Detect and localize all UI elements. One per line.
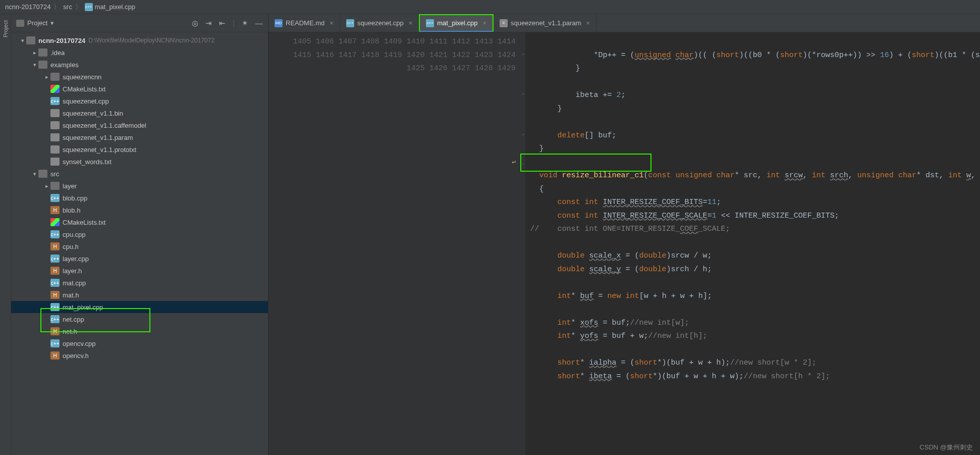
fold-marker[interactable] <box>522 35 525 49</box>
tree-item-label: net.h <box>63 328 77 335</box>
tree-item-cmakelists-txt[interactable]: CMakeLists.txt <box>11 83 268 95</box>
tree-item-label: mat.h <box>63 291 79 299</box>
dropdown-icon[interactable]: ▾ <box>50 19 54 27</box>
tree-arrow-icon[interactable]: ▾ <box>31 171 38 177</box>
tree-item-layer-cpp[interactable]: c++layer.cpp <box>11 252 268 265</box>
tree-item-blob-h[interactable]: Hblob.h <box>11 204 268 216</box>
tab-label: README.md <box>286 19 324 27</box>
tree-item-cpu-h[interactable]: Hcpu.h <box>11 240 268 252</box>
tree-arrow-icon[interactable]: ▸ <box>43 74 50 80</box>
tree-item-squeezenet-v1-1-bin[interactable]: squeezenet_v1.1.bin <box>11 107 268 119</box>
tree-item-opencv-cpp[interactable]: c++opencv.cpp <box>11 337 268 349</box>
collapse-icon[interactable]: ⇤ <box>219 19 226 28</box>
tree-item-blob-cpp[interactable]: c++blob.cpp <box>11 192 268 204</box>
tab-label: mat_pixel.cpp <box>437 19 477 27</box>
fold-marker[interactable]: ⌄ <box>522 156 525 170</box>
tree-item-cmakelists-txt[interactable]: CMakeLists.txt <box>11 216 268 228</box>
breadcrumb-folder[interactable]: src <box>63 3 72 11</box>
tree-item-src[interactable]: ▾src <box>11 168 268 180</box>
tab-label: squeezenet_v1.1.param <box>511 19 581 27</box>
close-icon[interactable]: × <box>483 19 487 27</box>
tab-squeezenet-v1-1-param[interactable]: ≡squeezenet_v1.1.param× <box>494 14 596 32</box>
fold-marker[interactable]: ⌃ <box>522 49 525 63</box>
expand-icon[interactable]: ⇥ <box>205 19 212 28</box>
fold-marker[interactable] <box>522 276 525 290</box>
cpp-icon: c++ <box>50 315 60 323</box>
tree-item-label: squeezenet_v1.1.param <box>63 134 133 141</box>
fold-marker[interactable]: ⌃ <box>522 129 525 143</box>
breadcrumb-sep: 〉 <box>75 3 82 12</box>
folder-icon <box>26 36 35 44</box>
fold-marker[interactable] <box>522 290 525 304</box>
fold-marker[interactable] <box>522 263 525 277</box>
cpp-icon: c++ <box>50 97 60 105</box>
fold-marker[interactable] <box>522 196 525 210</box>
gear-icon[interactable]: ✶ <box>242 19 248 28</box>
fold-marker[interactable] <box>522 249 525 263</box>
tree-item-synset-words-txt[interactable]: synset_words.txt <box>11 156 268 168</box>
tab-mat-pixel-cpp[interactable]: c++mat_pixel.cpp× <box>419 14 494 32</box>
fold-marker[interactable]: ⌃ <box>522 89 525 103</box>
tree-item-net-cpp[interactable]: c++net.cpp <box>11 313 268 325</box>
tree-item-squeezenet-v1-1-caffemodel[interactable]: squeezenet_v1.1.caffemodel <box>11 119 268 131</box>
tree-item-cpu-cpp[interactable]: c++cpu.cpp <box>11 228 268 240</box>
tree-item-label: opencv.cpp <box>63 340 96 347</box>
close-icon[interactable]: × <box>586 19 590 27</box>
fold-marker[interactable] <box>522 142 525 156</box>
close-icon[interactable]: × <box>409 19 413 27</box>
tree-item-label: mat.cpp <box>63 279 86 287</box>
tree-root[interactable]: ▾ ncnn-20170724 D:\Workfile\ModelDeploy\… <box>11 34 268 46</box>
line-marker-icon: ↩ <box>512 156 516 170</box>
fold-column: ⌃⌃⌃⌄ <box>522 32 525 455</box>
fold-marker[interactable] <box>522 62 525 76</box>
fold-marker[interactable] <box>522 343 525 357</box>
tree-item-label: squeezenet_v1.1.prototxt <box>63 146 136 154</box>
tree-item-mat-h[interactable]: Hmat.h <box>11 289 268 301</box>
tree-item-mat-pixel-cpp[interactable]: c++mat_pixel.cpp <box>11 301 268 313</box>
fold-marker[interactable] <box>522 183 525 196</box>
tree-item-mat-cpp[interactable]: c++mat.cpp <box>11 277 268 289</box>
tree-item-squeezenet-cpp[interactable]: c++squeezenet.cpp <box>11 95 268 107</box>
txt-file-icon: ≡ <box>500 19 508 27</box>
hide-icon[interactable]: — <box>255 19 263 27</box>
tree-item-label: opencv.h <box>63 352 89 360</box>
folder-icon <box>38 170 47 178</box>
project-toolwindow-tab[interactable]: Project <box>2 17 10 40</box>
tree-item-examples[interactable]: ▾examples <box>11 59 268 71</box>
fold-marker[interactable] <box>522 330 525 343</box>
fold-marker[interactable] <box>522 236 525 250</box>
sidebar-title[interactable]: Project <box>27 19 47 27</box>
tree-item-label: cpu.cpp <box>63 231 86 238</box>
tree-item-net-h[interactable]: Hnet.h <box>11 325 268 337</box>
tree-item-squeezencnn[interactable]: ▸squeezencnn <box>11 71 268 83</box>
close-icon[interactable]: × <box>330 19 334 27</box>
tab-squeezenet-cpp[interactable]: c++squeezenet.cpp× <box>340 14 419 32</box>
folder-icon <box>50 73 60 81</box>
tree-item-squeezenet-v1-1-prototxt[interactable]: squeezenet_v1.1.prototxt <box>11 143 268 156</box>
tree-item-squeezenet-v1-1-param[interactable]: squeezenet_v1.1.param <box>11 131 268 143</box>
folder-icon <box>50 182 60 190</box>
tree-item-opencv-h[interactable]: Hopencv.h <box>11 349 268 362</box>
fold-marker[interactable] <box>522 357 525 370</box>
fold-marker[interactable] <box>522 103 525 116</box>
fold-marker[interactable] <box>522 210 525 223</box>
tree-item-layer-h[interactable]: Hlayer.h <box>11 265 268 277</box>
tree-item--idea[interactable]: ▸.idea <box>11 46 268 59</box>
locate-icon[interactable]: ◎ <box>192 19 198 28</box>
fold-marker[interactable] <box>522 76 525 89</box>
breadcrumb-file[interactable]: mat_pixel.cpp <box>95 3 135 11</box>
tree-arrow-icon[interactable]: ▾ <box>31 62 38 68</box>
fold-marker[interactable] <box>522 223 525 236</box>
fold-marker[interactable] <box>522 303 525 317</box>
tree-arrow-icon[interactable]: ▸ <box>43 183 50 189</box>
tree-arrow-icon[interactable]: ▸ <box>31 49 38 56</box>
breadcrumb-root[interactable]: ncnn-20170724 <box>5 3 50 11</box>
fold-marker[interactable] <box>522 116 525 129</box>
tree-item-label: blob.h <box>63 207 80 214</box>
tab-readme-md[interactable]: MDREADME.md× <box>268 14 340 32</box>
tree-item-label: squeezenet.cpp <box>63 97 109 105</box>
code-content[interactable]: *Dp++ = (unsigned char)(( (short)((b0 * … <box>525 32 981 455</box>
tree-item-layer[interactable]: ▸layer <box>11 180 268 192</box>
fold-marker[interactable] <box>522 169 525 183</box>
fold-marker[interactable] <box>522 317 525 330</box>
